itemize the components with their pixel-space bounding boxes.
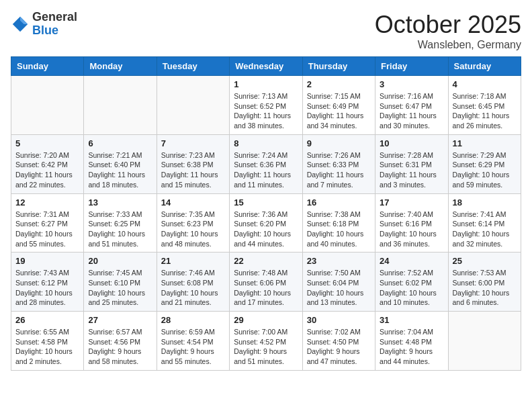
calendar-cell: 6Sunrise: 7:21 AM Sunset: 6:40 PM Daylig… [84, 134, 157, 193]
day-number: 25 [453, 256, 517, 266]
calendar-cell: 15Sunrise: 7:36 AM Sunset: 6:20 PM Dayli… [230, 193, 302, 253]
calendar-cell [448, 312, 521, 371]
calendar-cell: 17Sunrise: 7:40 AM Sunset: 6:16 PM Dayli… [375, 193, 448, 253]
weekday-header-friday: Friday [375, 57, 448, 76]
week-row-2: 5Sunrise: 7:20 AM Sunset: 6:42 PM Daylig… [11, 134, 521, 193]
weekday-header-thursday: Thursday [302, 57, 375, 76]
day-number: 22 [234, 256, 298, 266]
calendar-cell [84, 76, 157, 135]
day-info: Sunrise: 7:31 AM Sunset: 6:27 PM Dayligh… [15, 210, 79, 249]
logo-icon [11, 15, 30, 34]
header: General Blue October 2025 Wansleben, Ger… [11, 11, 521, 51]
day-info: Sunrise: 7:16 AM Sunset: 6:47 PM Dayligh… [380, 91, 443, 131]
day-number: 11 [453, 138, 517, 148]
weekday-header-sunday: Sunday [11, 57, 84, 76]
calendar-cell: 8Sunrise: 7:24 AM Sunset: 6:36 PM Daylig… [230, 134, 302, 193]
location: Wansleben, Germany [375, 39, 521, 51]
day-info: Sunrise: 7:36 AM Sunset: 6:20 PM Dayligh… [234, 210, 298, 249]
calendar-cell [157, 76, 229, 135]
day-number: 23 [307, 256, 371, 266]
day-number: 12 [15, 197, 79, 208]
calendar-cell: 29Sunrise: 7:00 AM Sunset: 4:52 PM Dayli… [230, 312, 302, 371]
calendar-cell: 24Sunrise: 7:52 AM Sunset: 6:02 PM Dayli… [375, 253, 448, 312]
day-number: 3 [380, 79, 443, 89]
week-row-4: 19Sunrise: 7:43 AM Sunset: 6:12 PM Dayli… [11, 253, 521, 312]
day-info: Sunrise: 7:24 AM Sunset: 6:36 PM Dayligh… [234, 150, 298, 190]
day-number: 16 [307, 197, 371, 208]
title-area: October 2025 Wansleben, Germany [375, 11, 521, 51]
day-info: Sunrise: 7:46 AM Sunset: 6:08 PM Dayligh… [161, 268, 225, 308]
day-info: Sunrise: 7:48 AM Sunset: 6:06 PM Dayligh… [234, 268, 298, 308]
calendar-cell: 2Sunrise: 7:15 AM Sunset: 6:49 PM Daylig… [302, 76, 375, 135]
calendar-cell: 12Sunrise: 7:31 AM Sunset: 6:27 PM Dayli… [11, 193, 84, 253]
calendar-cell: 1Sunrise: 7:13 AM Sunset: 6:52 PM Daylig… [230, 76, 302, 135]
calendar-cell: 23Sunrise: 7:50 AM Sunset: 6:04 PM Dayli… [302, 253, 375, 312]
day-info: Sunrise: 7:40 AM Sunset: 6:16 PM Dayligh… [380, 210, 443, 249]
day-info: Sunrise: 7:21 AM Sunset: 6:40 PM Dayligh… [88, 150, 152, 190]
calendar-cell: 7Sunrise: 7:23 AM Sunset: 6:38 PM Daylig… [157, 134, 229, 193]
day-info: Sunrise: 7:35 AM Sunset: 6:23 PM Dayligh… [161, 210, 225, 249]
day-number: 8 [234, 138, 298, 148]
calendar-cell: 28Sunrise: 6:59 AM Sunset: 4:54 PM Dayli… [157, 312, 229, 371]
calendar-cell: 25Sunrise: 7:53 AM Sunset: 6:00 PM Dayli… [448, 253, 521, 312]
day-number: 24 [380, 256, 443, 266]
day-number: 10 [380, 138, 443, 148]
logo-blue-text: Blue [32, 24, 77, 38]
weekday-header-row: SundayMondayTuesdayWednesdayThursdayFrid… [11, 57, 521, 76]
day-number: 1 [234, 79, 298, 89]
month-title: October 2025 [375, 11, 521, 39]
logo-general-text: General [32, 11, 77, 24]
day-number: 21 [161, 256, 225, 266]
day-info: Sunrise: 6:57 AM Sunset: 4:56 PM Dayligh… [88, 327, 152, 367]
day-info: Sunrise: 7:26 AM Sunset: 6:33 PM Dayligh… [307, 150, 371, 190]
day-number: 5 [15, 138, 79, 148]
day-info: Sunrise: 7:04 AM Sunset: 4:48 PM Dayligh… [380, 327, 443, 367]
weekday-header-saturday: Saturday [448, 57, 521, 76]
day-info: Sunrise: 7:23 AM Sunset: 6:38 PM Dayligh… [161, 150, 225, 190]
calendar-cell: 13Sunrise: 7:33 AM Sunset: 6:25 PM Dayli… [84, 193, 157, 253]
logo-text: General Blue [32, 11, 77, 38]
day-info: Sunrise: 7:20 AM Sunset: 6:42 PM Dayligh… [15, 150, 79, 190]
week-row-5: 26Sunrise: 6:55 AM Sunset: 4:58 PM Dayli… [11, 312, 521, 371]
weekday-header-wednesday: Wednesday [230, 57, 302, 76]
day-info: Sunrise: 7:15 AM Sunset: 6:49 PM Dayligh… [307, 91, 371, 131]
day-info: Sunrise: 7:38 AM Sunset: 6:18 PM Dayligh… [307, 210, 371, 249]
day-info: Sunrise: 7:43 AM Sunset: 6:12 PM Dayligh… [15, 268, 79, 308]
day-info: Sunrise: 7:33 AM Sunset: 6:25 PM Dayligh… [88, 210, 152, 249]
day-info: Sunrise: 6:59 AM Sunset: 4:54 PM Dayligh… [161, 327, 225, 367]
day-number: 6 [88, 138, 152, 148]
week-row-1: 1Sunrise: 7:13 AM Sunset: 6:52 PM Daylig… [11, 76, 521, 135]
calendar-cell: 19Sunrise: 7:43 AM Sunset: 6:12 PM Dayli… [11, 253, 84, 312]
day-number: 27 [88, 315, 152, 325]
day-info: Sunrise: 7:52 AM Sunset: 6:02 PM Dayligh… [380, 268, 443, 308]
day-number: 9 [307, 138, 371, 148]
calendar: SundayMondayTuesdayWednesdayThursdayFrid… [11, 56, 521, 371]
calendar-cell: 14Sunrise: 7:35 AM Sunset: 6:23 PM Dayli… [157, 193, 229, 253]
day-info: Sunrise: 7:13 AM Sunset: 6:52 PM Dayligh… [234, 91, 298, 131]
day-info: Sunrise: 7:28 AM Sunset: 6:31 PM Dayligh… [380, 150, 443, 190]
weekday-header-tuesday: Tuesday [157, 57, 229, 76]
day-info: Sunrise: 7:41 AM Sunset: 6:14 PM Dayligh… [453, 210, 517, 249]
day-info: Sunrise: 7:00 AM Sunset: 4:52 PM Dayligh… [234, 327, 298, 367]
day-info: Sunrise: 7:02 AM Sunset: 4:50 PM Dayligh… [307, 327, 371, 367]
day-number: 17 [380, 197, 443, 208]
day-info: Sunrise: 7:18 AM Sunset: 6:45 PM Dayligh… [453, 91, 517, 131]
day-info: Sunrise: 6:55 AM Sunset: 4:58 PM Dayligh… [15, 327, 79, 367]
day-number: 4 [453, 79, 517, 89]
day-number: 15 [234, 197, 298, 208]
calendar-cell: 26Sunrise: 6:55 AM Sunset: 4:58 PM Dayli… [11, 312, 84, 371]
logo: General Blue [11, 11, 77, 38]
day-info: Sunrise: 7:53 AM Sunset: 6:00 PM Dayligh… [453, 268, 517, 308]
day-number: 28 [161, 315, 225, 325]
calendar-cell: 18Sunrise: 7:41 AM Sunset: 6:14 PM Dayli… [448, 193, 521, 253]
calendar-cell: 21Sunrise: 7:46 AM Sunset: 6:08 PM Dayli… [157, 253, 229, 312]
day-info: Sunrise: 7:50 AM Sunset: 6:04 PM Dayligh… [307, 268, 371, 308]
day-number: 18 [453, 197, 517, 208]
calendar-cell: 30Sunrise: 7:02 AM Sunset: 4:50 PM Dayli… [302, 312, 375, 371]
day-number: 30 [307, 315, 371, 325]
calendar-cell: 22Sunrise: 7:48 AM Sunset: 6:06 PM Dayli… [230, 253, 302, 312]
day-number: 29 [234, 315, 298, 325]
week-row-3: 12Sunrise: 7:31 AM Sunset: 6:27 PM Dayli… [11, 193, 521, 253]
day-number: 7 [161, 138, 225, 148]
calendar-cell: 16Sunrise: 7:38 AM Sunset: 6:18 PM Dayli… [302, 193, 375, 253]
